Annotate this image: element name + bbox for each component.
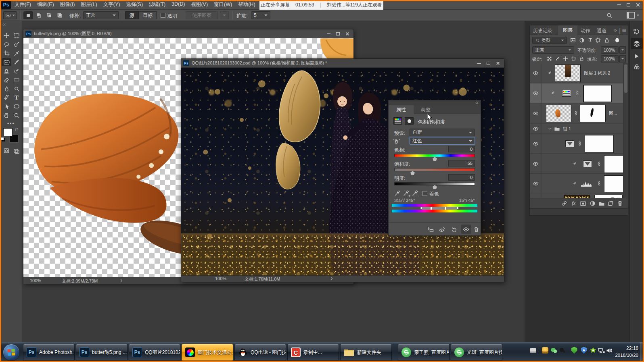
blue-shield-tray-icon[interactable]: A — [580, 347, 588, 354]
layer-visibility-eye-icon[interactable] — [533, 141, 539, 147]
tool-gradient[interactable] — [12, 76, 21, 84]
tool-shape[interactable] — [12, 102, 21, 110]
menu-item-type[interactable]: 文字(Y) — [103, 1, 120, 8]
tool-type[interactable]: T — [12, 94, 21, 102]
layer-visibility-eye-icon[interactable] — [533, 181, 539, 187]
new-group-icon[interactable] — [598, 200, 605, 207]
filter-smart-objects-icon[interactable] — [604, 37, 610, 43]
doc2-zoom-level[interactable]: 100% — [215, 276, 226, 281]
eyedropper-sample-icon[interactable] — [394, 190, 401, 196]
taskbar-button-tumen-group[interactable]: 图门技术交流公... — [182, 344, 233, 361]
app-minimize-button[interactable] — [617, 4, 621, 5]
qq-tray-icon[interactable] — [542, 347, 549, 354]
search-icon[interactable] — [606, 12, 613, 19]
lightness-slider[interactable] — [394, 182, 475, 185]
layer-thumbnail[interactable] — [546, 105, 572, 122]
transparent-checkbox[interactable] — [161, 13, 165, 18]
quick-mask-mode-button[interactable] — [2, 147, 11, 155]
opacity-value[interactable]: 100% — [601, 46, 619, 54]
menu-item-help[interactable]: 帮助(H) — [238, 1, 255, 8]
layer-visibility-eye-icon[interactable] — [533, 110, 539, 117]
layer-name[interactable]: 图... — [609, 110, 617, 117]
delete-adjustment-icon[interactable] — [473, 227, 479, 233]
add-layer-mask-icon[interactable] — [580, 200, 586, 207]
gradient-map-adjustment-icon[interactable] — [565, 140, 574, 147]
collapse-tools-icon[interactable] — [2, 23, 6, 27]
view-previous-state-icon[interactable] — [439, 226, 445, 233]
tool-patch[interactable] — [2, 58, 11, 66]
lightness-value[interactable]: 0 — [448, 174, 475, 181]
layer-visibility-eye-icon[interactable] — [533, 90, 539, 96]
show-desktop-button[interactable] — [640, 342, 644, 362]
target-button[interactable]: 目标 — [139, 11, 157, 19]
swap-colors-icon[interactable]: ⇄ — [15, 127, 18, 131]
group-expand-chevron-icon[interactable] — [548, 127, 552, 131]
layer-row-5[interactable] — [530, 134, 623, 154]
hue-slider-thumb[interactable] — [433, 157, 437, 161]
start-button[interactable] — [3, 344, 19, 360]
satellite-tray-icon[interactable] — [558, 347, 566, 354]
toggle-visibility-button[interactable] — [461, 225, 471, 234]
targeted-adjustment-icon[interactable] — [393, 138, 400, 145]
layer-mask-thumbnail[interactable] — [583, 85, 612, 102]
lock-paint-icon[interactable] — [555, 56, 560, 61]
lightness-slider-thumb[interactable] — [433, 185, 437, 189]
layer-name[interactable]: 图层 1 拷贝 2 — [584, 70, 610, 76]
doc2-status-arrow-icon[interactable] — [329, 277, 332, 280]
tool-marquee[interactable] — [12, 31, 21, 40]
tab-history[interactable]: 历史记录 — [533, 27, 552, 34]
menu-item-image[interactable]: 图像(I) — [60, 1, 75, 8]
tool-brush[interactable] — [12, 58, 21, 66]
mask-link-icon[interactable] — [573, 110, 578, 116]
hue-value[interactable]: 0 — [448, 146, 475, 152]
patch-mode-dropdown[interactable]: 正常 — [83, 11, 119, 19]
menu-item-window[interactable]: 窗口(W) — [214, 1, 232, 8]
workspace-switcher[interactable] — [627, 11, 643, 19]
wechat-tray-icon[interactable] — [550, 347, 557, 354]
taskbar-clock[interactable]: 22:16 2018/10/20 — [613, 345, 638, 359]
layer-row-8-partial[interactable] — [530, 193, 623, 198]
default-colors-icon[interactable] — [1, 137, 4, 140]
history-panel-icon[interactable] — [633, 28, 640, 35]
tool-eyedropper[interactable] — [12, 49, 21, 57]
saturation-slider-thumb[interactable] — [410, 171, 415, 175]
doc1-doc-info[interactable]: 文档:2.09M/2.79M — [62, 278, 98, 284]
menu-item-select[interactable]: 选择(S) — [126, 1, 143, 8]
lock-move-icon[interactable] — [563, 56, 568, 61]
tool-lasso[interactable] — [2, 40, 11, 48]
screen-mode-button[interactable] — [12, 147, 21, 155]
foreground-color-swatch[interactable] — [3, 128, 13, 136]
link-layers-icon[interactable] — [560, 199, 569, 208]
mask-link-icon[interactable] — [597, 161, 602, 166]
doc2-maximize-button[interactable] — [487, 62, 490, 65]
filter-toggle-icon[interactable] — [615, 38, 619, 42]
preset-dropdown[interactable]: 自定 — [410, 129, 475, 136]
hue-slider[interactable] — [394, 154, 475, 157]
lock-transparent-icon[interactable] — [547, 56, 552, 61]
lock-all-icon[interactable] — [579, 56, 584, 61]
source-button[interactable]: 源 — [125, 11, 139, 19]
filter-shape-layers-icon[interactable] — [595, 37, 601, 43]
tool-path-select[interactable] — [2, 102, 11, 110]
hue-range-control[interactable] — [422, 207, 457, 210]
layers-scrollbar[interactable] — [623, 63, 628, 198]
tool-eraser[interactable] — [2, 76, 11, 84]
tool-clone-stamp[interactable] — [2, 67, 11, 75]
edit-toolbar-dots-icon[interactable]: ••• — [7, 121, 15, 127]
taskbar-button-baidu-images-2[interactable]: 光斑_百度图片搜... — [451, 344, 502, 361]
layer-filter-dropdown[interactable]: 类型 — [532, 37, 567, 44]
selection-mode-intersect[interactable] — [55, 11, 65, 19]
diffusion-dropdown[interactable]: 5 — [251, 11, 270, 19]
layer-thumbnail[interactable] — [564, 195, 590, 198]
doc1-titlebar[interactable]: Ps butterfly5.png @ 100% (图层 0, RGB/8) — [23, 29, 353, 38]
doc2-doc-info[interactable]: 文档:1.76M/11.0M — [245, 276, 280, 282]
doc1-close-button[interactable] — [346, 32, 349, 35]
menu-item-3d[interactable]: 3D(D) — [171, 1, 185, 8]
doc1-minimize-button[interactable] — [327, 33, 330, 34]
selection-mode-add[interactable] — [34, 11, 44, 19]
layer-row-4-group[interactable]: 组 1 — [530, 124, 623, 133]
tool-preset-picker[interactable] — [3, 11, 17, 19]
doc2-minimize-button[interactable] — [477, 63, 481, 64]
input-method-tray-icon[interactable] — [529, 347, 537, 354]
dock-expand-icon[interactable] — [613, 28, 617, 33]
